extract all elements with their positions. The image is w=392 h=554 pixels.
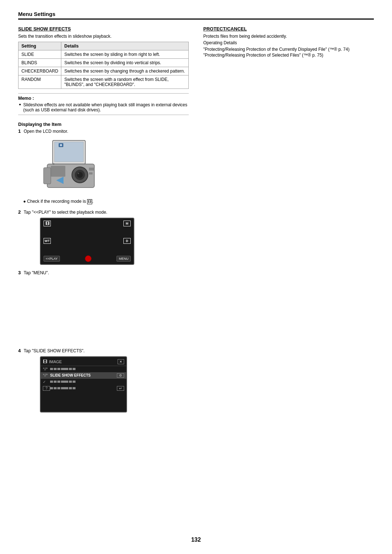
lcd-record-btn[interactable]: [85, 255, 91, 262]
protect-link: "Protecting/Releasing Protection of the …: [203, 47, 374, 52]
menu-camera-icon: 🎞: [43, 359, 47, 364]
menu-item-slide-show[interactable]: *//* SLIDE SHOW EFFECTS ⚙: [41, 372, 126, 379]
menu-item-3-left-icon: ✓: [43, 380, 50, 384]
protect-link: "Protecting/Releasing Protection of Sele…: [203, 53, 374, 58]
memo-text: Slideshow effects are not available when…: [18, 102, 189, 112]
lcd-screen: 🎞 M WT D <<PLAY MENU: [40, 218, 134, 265]
details-cell: Switches the screen by changing through …: [61, 67, 189, 75]
setting-cell: BLINDS: [19, 59, 61, 67]
details-cell: Switches the screen with a random effect…: [61, 75, 189, 89]
menu-header: 🎞 IMAGE ✕: [41, 359, 126, 366]
lcd-d-icon: D: [123, 238, 131, 244]
step-3-number: 3: [18, 270, 21, 275]
menu-item-4-back-icon: ↵: [117, 386, 124, 391]
lcd-camera-icon: 🎞: [44, 221, 51, 226]
step-1-number: 1: [18, 128, 21, 134]
setting-cell: SLIDE: [19, 50, 61, 59]
svg-point-3: [60, 144, 62, 146]
step-2-text: Tap "<<PLAY" to select the playback mode…: [24, 210, 107, 215]
details-cell: Switches the screen by sliding in from r…: [61, 50, 189, 59]
page-title: Menu Settings: [18, 11, 56, 17]
recording-mode-icon: 🎞: [87, 199, 92, 204]
step-1-note: Check if the recording mode is 🎞.: [23, 199, 189, 204]
right-column: PROTECT/CANCEL Protects files from being…: [203, 26, 374, 418]
protect-cancel-desc: Protects files from being deleted accide…: [203, 34, 374, 39]
slide-show-effects-desc: Sets the transition effects in slideshow…: [18, 34, 189, 39]
menu-item-slide-left-icon: *//*: [43, 373, 50, 377]
svg-point-9: [78, 173, 79, 174]
step-4: 4 Tap "SLIDE SHOW EFFECTS". 🎞 IMAGE ✕: [18, 348, 189, 413]
step-3: 3 Tap "MENU".: [18, 270, 189, 275]
menu-image-label: IMAGE: [49, 360, 62, 364]
step-4-number: 4: [18, 348, 21, 353]
svg-rect-5: [51, 166, 65, 177]
table-row: BLINDSSwitches the screen by dividing in…: [19, 59, 189, 67]
lcd-bottom-row: <<PLAY MENU: [44, 255, 131, 262]
setting-cell: CHECKERBOARD: [19, 67, 61, 75]
page-number: 132: [191, 537, 201, 543]
lcd-wt-icon: WT: [44, 238, 51, 244]
page-header: Menu Settings: [18, 11, 374, 20]
table-row: CHECKERBOARDSwitches the screen by chang…: [19, 67, 189, 75]
memo-title: Memo :: [18, 96, 189, 101]
step-2: 2 Tap "<<PLAY" to select the playback mo…: [18, 209, 189, 265]
slide-show-effects-title: SLIDE SHOW EFFECTS: [18, 26, 189, 32]
step-1-text: Open the LCD monitor.: [24, 129, 68, 134]
lcd-menu-btn[interactable]: MENU: [117, 256, 131, 262]
menu-item-slide-label: SLIDE SHOW EFFECTS: [50, 373, 117, 377]
menu-item-1[interactable]: *//*: [41, 366, 126, 372]
svg-rect-15: [89, 172, 93, 175]
table-row: SLIDESwitches the screen by sliding in f…: [19, 50, 189, 59]
svg-point-8: [77, 172, 83, 178]
lcd-m-icon: M: [123, 221, 131, 226]
col-details-header: Details: [61, 42, 189, 50]
setting-cell: RANDOM: [19, 75, 61, 89]
settings-table: Setting Details SLIDESwitches the screen…: [18, 42, 189, 89]
menu-item-3-dots: [50, 381, 117, 383]
menu-close-btn[interactable]: ✕: [118, 359, 124, 364]
memo-box: Memo : Slideshow effects are not availab…: [18, 93, 189, 115]
svg-rect-14: [89, 168, 94, 171]
menu-item-4-dots: [50, 387, 117, 389]
step-1: 1 Open the LCD monitor.: [18, 128, 189, 204]
col-setting-header: Setting: [19, 42, 61, 50]
menu-item-3[interactable]: ✓: [41, 379, 126, 385]
table-row: RANDOMSwitches the screen with a random …: [19, 75, 189, 89]
lcd-play-btn[interactable]: <<PLAY: [44, 256, 60, 262]
camera-illustration: [33, 137, 120, 196]
protect-cancel-title: PROTECT/CANCEL: [203, 26, 374, 32]
displaying-item-title: Displaying the Item: [18, 122, 189, 127]
displaying-section: Displaying the Item 1 Open the LCD monit…: [18, 122, 189, 413]
step-3-text: Tap "MENU".: [24, 270, 49, 275]
left-column: SLIDE SHOW EFFECTS Sets the transition e…: [18, 26, 189, 418]
menu-item-1-dots: [50, 368, 117, 370]
menu-screen: 🎞 IMAGE ✕ *//*: [40, 356, 127, 413]
menu-item-4-left-icon: ?: [43, 386, 50, 391]
operating-details-label: Operating Details: [203, 40, 374, 45]
step-4-text: Tap "SLIDE SHOW EFFECTS".: [24, 348, 85, 353]
protect-links: "Protecting/Releasing Protection of the …: [203, 47, 374, 58]
step-2-number: 2: [18, 209, 21, 215]
svg-rect-13: [44, 168, 51, 184]
menu-item-slide-gear-icon: ⚙: [117, 373, 124, 378]
details-cell: Switches the screen by dividing into ver…: [61, 59, 189, 67]
menu-item-4[interactable]: ? ↵: [41, 385, 126, 392]
menu-item-1-left-icon: *//*: [43, 367, 50, 371]
